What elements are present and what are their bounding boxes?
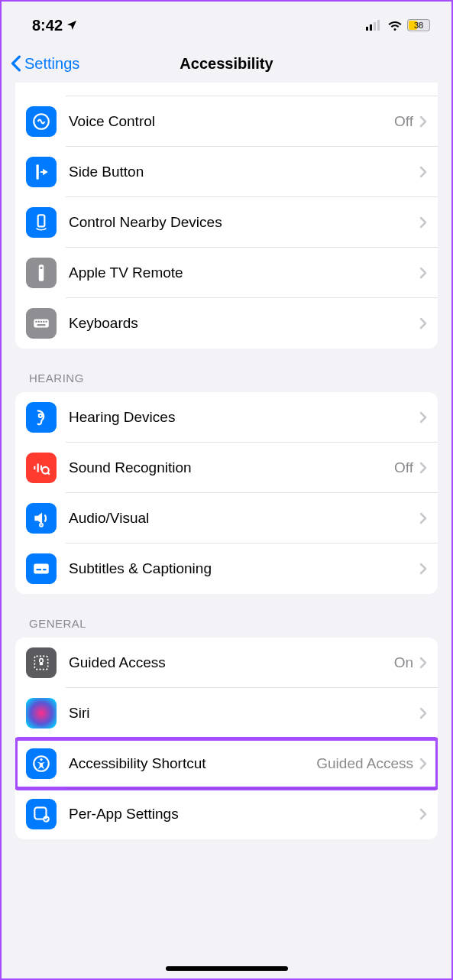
wifi-icon <box>387 20 403 31</box>
row-detail: Guided Access <box>316 755 413 772</box>
chevron-right-icon <box>419 808 427 820</box>
status-indicators: 38 <box>366 19 430 31</box>
row-apple-tv-remote[interactable]: Apple TV Remote <box>15 248 438 298</box>
svg-rect-1 <box>370 24 372 31</box>
chevron-left-icon <box>11 55 21 72</box>
row-control-nearby[interactable]: Control Nearby Devices <box>15 197 438 248</box>
chevron-right-icon <box>419 758 427 770</box>
keyboards-icon <box>26 308 57 339</box>
row-accessibility-shortcut[interactable]: Accessibility Shortcut Guided Access <box>15 738 438 789</box>
svg-rect-28 <box>40 662 43 665</box>
accessibility-shortcut-icon <box>26 748 57 779</box>
nav-bar: Settings Accessibility <box>2 44 451 83</box>
row-keyboards[interactable]: Keyboards <box>15 298 438 349</box>
row-label: Hearing Devices <box>69 409 419 426</box>
row-label: Siri <box>69 705 419 722</box>
chevron-right-icon <box>419 707 427 719</box>
chevron-right-icon <box>419 512 427 524</box>
siri-icon <box>26 698 57 729</box>
control-nearby-icon <box>26 207 57 238</box>
row-guided-access[interactable]: Guided Access On <box>15 638 438 688</box>
row-subtitles-captioning[interactable]: Subtitles & Captioning <box>15 544 438 594</box>
row-label: Audio/Visual <box>69 510 419 527</box>
svg-point-16 <box>39 414 42 417</box>
svg-rect-0 <box>366 27 368 31</box>
group-physical: Voice Control Off Side Button Control Ne… <box>15 83 438 349</box>
chevron-right-icon <box>419 317 427 329</box>
section-header-hearing: HEARING <box>15 349 438 392</box>
row-label: Accessibility Shortcut <box>69 755 316 772</box>
row-hearing-devices[interactable]: Hearing Devices <box>15 392 438 443</box>
row-siri[interactable]: Siri <box>15 688 438 738</box>
row-per-app-settings[interactable]: Per-App Settings <box>15 789 438 839</box>
chevron-right-icon <box>419 115 427 128</box>
row-label: Side Button <box>69 164 419 180</box>
row-label: Control Nearby Devices <box>69 214 419 231</box>
chevron-right-icon <box>419 267 427 279</box>
status-bar: 8:42 38 <box>2 2 451 44</box>
location-icon <box>66 19 78 31</box>
row-label: Keyboards <box>69 315 419 332</box>
row-audio-visual[interactable]: Audio/Visual <box>15 493 438 544</box>
section-header-general: GENERAL <box>15 594 438 638</box>
sound-recognition-icon <box>26 453 57 483</box>
cellular-icon <box>366 20 383 31</box>
svg-rect-6 <box>38 215 45 226</box>
per-app-settings-icon <box>26 799 57 829</box>
svg-rect-5 <box>37 164 39 180</box>
audio-visual-icon <box>26 503 57 534</box>
row-label: Per-App Settings <box>69 806 419 823</box>
svg-point-8 <box>40 267 42 269</box>
row-label: Guided Access <box>69 654 394 671</box>
status-time: 8:42 <box>32 17 78 34</box>
svg-point-23 <box>40 524 42 526</box>
group-hearing: Hearing Devices Sound Recognition Off Au… <box>15 392 438 594</box>
home-indicator[interactable] <box>166 966 288 971</box>
svg-rect-9 <box>34 320 49 328</box>
chevron-right-icon <box>419 563 427 575</box>
row-detail: Off <box>394 113 413 130</box>
svg-rect-26 <box>43 569 46 570</box>
side-button-icon <box>26 157 57 187</box>
chevron-right-icon <box>419 462 427 474</box>
svg-rect-10 <box>35 321 37 323</box>
chevron-right-icon <box>419 216 427 229</box>
svg-point-30 <box>40 758 42 761</box>
row-side-button[interactable]: Side Button <box>15 147 438 197</box>
chevron-right-icon <box>419 411 427 423</box>
svg-rect-11 <box>38 321 40 323</box>
row-detail: Off <box>394 459 413 476</box>
apple-tv-remote-icon <box>26 258 57 288</box>
subtitles-icon <box>26 553 57 584</box>
svg-rect-14 <box>45 321 47 323</box>
svg-rect-2 <box>374 22 376 31</box>
svg-rect-25 <box>37 569 42 570</box>
hearing-devices-icon <box>26 402 57 433</box>
row-voice-control[interactable]: Voice Control Off <box>15 96 438 147</box>
row-detail: On <box>394 654 413 671</box>
battery-icon: 38 <box>407 19 430 31</box>
svg-rect-3 <box>377 20 380 31</box>
svg-rect-15 <box>37 324 46 326</box>
row-sound-recognition[interactable]: Sound Recognition Off <box>15 443 438 493</box>
svg-line-21 <box>48 473 50 475</box>
chevron-right-icon <box>419 657 427 669</box>
svg-rect-12 <box>40 321 42 323</box>
row-label: Apple TV Remote <box>69 264 419 281</box>
back-label: Settings <box>24 55 79 73</box>
voice-control-icon <box>26 106 57 137</box>
battery-text: 38 <box>408 20 429 31</box>
row-label: Sound Recognition <box>69 459 394 476</box>
row-peek[interactable] <box>15 83 438 96</box>
guided-access-icon <box>26 647 57 678</box>
row-label: Voice Control <box>69 113 394 130</box>
svg-rect-13 <box>43 321 44 323</box>
chevron-right-icon <box>419 166 427 178</box>
row-label: Subtitles & Captioning <box>69 560 419 577</box>
svg-point-20 <box>42 467 49 474</box>
time-text: 8:42 <box>32 17 63 34</box>
group-general: Guided Access On Siri Accessibility Shor… <box>15 638 438 839</box>
content: Voice Control Off Side Button Control Ne… <box>2 83 451 870</box>
back-button[interactable]: Settings <box>11 55 79 73</box>
